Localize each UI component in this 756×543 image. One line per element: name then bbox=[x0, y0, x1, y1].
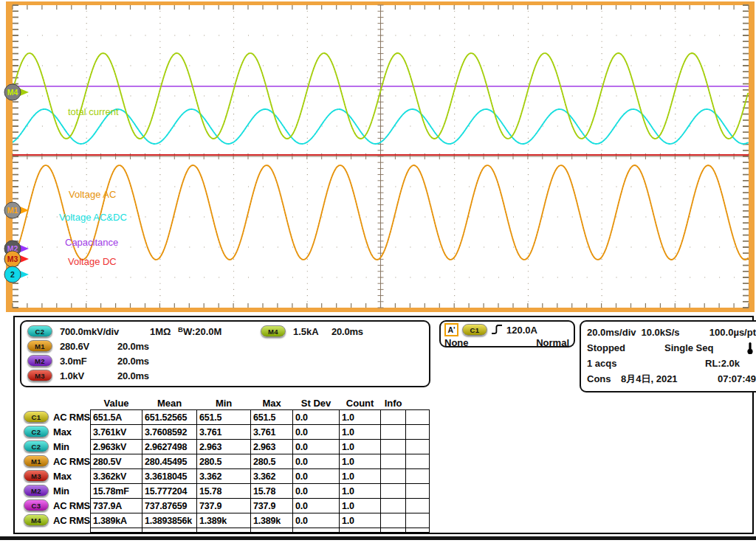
measurement-row[interactable]: C1AC RMS651.5A651.52565651.5651.50.01.0 bbox=[22, 410, 430, 425]
rising-edge-icon bbox=[491, 324, 503, 336]
trigger-level: 120.0A bbox=[506, 325, 537, 336]
measurement-name-cell[interactable]: C1AC RMS bbox=[22, 410, 90, 424]
measurement-cell-info bbox=[381, 499, 406, 513]
readout-container: C2 700.0mkV/div 1MΩ BW:20.0M M4 1.5kA 20… bbox=[13, 316, 754, 534]
measurement-cell-info bbox=[381, 484, 406, 499]
measurement-badge-m2[interactable]: M2 bbox=[24, 485, 49, 497]
acquisition-state: Stopped bbox=[587, 342, 664, 353]
trigger-source-badge-c1[interactable]: C1 bbox=[462, 324, 487, 336]
channel-scale-m4: 1.5kA bbox=[293, 326, 331, 337]
measurement-row[interactable]: C3AC RMS737.9A737.87659737.9737.90.01.0 bbox=[22, 499, 430, 513]
measurement-cell-count: 1.0 bbox=[340, 469, 381, 484]
measurement-cell-info bbox=[381, 454, 406, 469]
measurement-badge-m4[interactable]: M4 bbox=[24, 514, 49, 526]
measurement-badge-m1[interactable]: M1 bbox=[24, 455, 49, 467]
measurement-cell-min: 280.5 bbox=[197, 454, 251, 469]
measurement-type-label: AC RMS bbox=[53, 500, 90, 511]
channel-row-c2: C2 700.0mkV/div 1MΩ BW:20.0M M4 1.5kA 20… bbox=[21, 324, 429, 339]
trace-label: total current bbox=[68, 106, 119, 117]
timebase-readout: 20.0ms/div bbox=[587, 327, 636, 338]
channel-scale-c2: 700.0mkV/div bbox=[60, 326, 150, 337]
measurement-name-cell[interactable]: M2Min bbox=[22, 484, 90, 498]
measurement-name-cell[interactable]: C2Max bbox=[22, 425, 90, 439]
measurement-cell-min: 651.5 bbox=[197, 410, 251, 425]
measurement-badge-c3[interactable]: C3 bbox=[24, 499, 49, 511]
measurement-cell-max: 15.78 bbox=[251, 484, 293, 499]
measurement-cell-count: 1.0 bbox=[340, 484, 381, 499]
trigger-a-badge: A' bbox=[444, 323, 458, 336]
channel-time-m4: 20.0ms bbox=[331, 326, 363, 337]
table-spacer-row bbox=[22, 528, 430, 533]
measurement-row[interactable]: M3Max3.362kV3.36180453.3623.3620.01.0 bbox=[22, 469, 430, 484]
measurement-cell-max: 651.5 bbox=[251, 410, 293, 425]
column-header: Value bbox=[91, 397, 142, 410]
column-header: Info bbox=[381, 397, 406, 410]
channel-badge-m4[interactable]: M4 bbox=[261, 325, 286, 337]
measurement-name-cell[interactable]: C3AC RMS bbox=[22, 499, 90, 513]
measurement-badge-c2[interactable]: C2 bbox=[24, 440, 49, 452]
measurement-badge-m3[interactable]: M3 bbox=[24, 470, 49, 482]
measurement-name-cell[interactable]: M4AC RMS bbox=[22, 513, 90, 528]
measurement-cell-extra bbox=[406, 469, 430, 484]
acquisition-panel[interactable]: 20.0ms/div 10.0kS/s 100.0µs/pt Stopped S… bbox=[580, 320, 756, 392]
measurement-cell-info bbox=[381, 469, 406, 484]
measurement-type-label: Min bbox=[53, 441, 69, 452]
measurement-cell-mean: 15.777204 bbox=[142, 484, 197, 499]
trigger-mode: Normal bbox=[536, 337, 569, 348]
measurement-type-label: AC RMS bbox=[53, 456, 90, 467]
trace-label: Voltage AC bbox=[69, 189, 116, 200]
measurement-name-cell[interactable]: C2Min bbox=[22, 440, 90, 454]
measurement-cell-info bbox=[381, 425, 406, 440]
measurement-cell-max: 3.362 bbox=[251, 469, 293, 484]
measurement-row[interactable]: C2Min2.963kV2.96274982.9632.9630.01.0 bbox=[22, 440, 430, 454]
channel-time-m1: 20.0ms bbox=[117, 341, 149, 352]
measurement-name-cell[interactable]: M1AC RMS bbox=[22, 454, 90, 468]
measurement-cell-stdev: 0.0 bbox=[293, 499, 340, 513]
trigger-panel[interactable]: A' C1 120.0A None Normal bbox=[439, 320, 575, 347]
measurement-cell-stdev: 0.0 bbox=[293, 454, 340, 469]
measurement-type-label: Min bbox=[53, 485, 69, 497]
measurement-row[interactable]: M4AC RMS1.389kA1.3893856k1.389k1.389k0.0… bbox=[22, 513, 430, 528]
measurement-cell-max: 737.9 bbox=[251, 499, 293, 513]
measurement-cell-stdev: 0.0 bbox=[293, 440, 340, 454]
measurement-cell-mean: 280.45495 bbox=[142, 454, 197, 469]
measurement-cell-value: 280.5V bbox=[91, 454, 142, 469]
measurement-cell-count: 1.0 bbox=[340, 454, 381, 469]
column-header: St Dev bbox=[293, 397, 340, 410]
channel-scale-m1: 280.6V bbox=[60, 341, 117, 352]
date-readout: 8月4日, 2021 bbox=[621, 373, 718, 386]
column-header: Min bbox=[197, 397, 251, 410]
measurement-cell-min: 3.761 bbox=[197, 425, 251, 440]
measurement-cell-stdev: 0.0 bbox=[293, 425, 340, 440]
measurement-row[interactable]: M2Min15.78mF15.77720415.7815.780.01.0 bbox=[22, 484, 430, 499]
measurement-cell-extra bbox=[406, 513, 430, 528]
measurement-cell-value: 651.5A bbox=[91, 410, 142, 425]
measurement-row[interactable]: M1AC RMS280.5V280.45495280.5280.50.01.0 bbox=[22, 454, 430, 469]
column-header: Count bbox=[340, 397, 381, 410]
svg-text:2: 2 bbox=[10, 270, 15, 279]
measurement-cell-extra bbox=[406, 454, 430, 469]
measurement-type-label: AC RMS bbox=[53, 412, 90, 423]
measurement-cell-info bbox=[381, 513, 406, 528]
measurement-cell-extra bbox=[406, 425, 430, 440]
channel-badge-m3[interactable]: M3 bbox=[27, 370, 52, 381]
trigger-holdoff-mode: None bbox=[444, 337, 469, 348]
measurement-name-cell[interactable]: M3Max bbox=[22, 469, 90, 483]
measurement-badge-c2[interactable]: C2 bbox=[24, 426, 49, 437]
measurement-badge-c1[interactable]: C1 bbox=[24, 411, 49, 423]
channel-time-m3: 20.0ms bbox=[117, 370, 149, 381]
measurement-cell-max: 2.963 bbox=[251, 440, 293, 454]
measurement-cell-count: 1.0 bbox=[340, 499, 381, 513]
measurement-row[interactable]: C2Max3.761kV3.76085923.7613.7610.01.0 bbox=[22, 425, 430, 440]
channel-badge-c2[interactable]: C2 bbox=[27, 325, 52, 337]
measurement-cell-info bbox=[381, 410, 406, 425]
measurement-type-label: AC RMS bbox=[53, 515, 90, 526]
channel-time-m2: 20.0ms bbox=[117, 356, 149, 367]
sample-rate-readout: 10.0kS/s bbox=[642, 327, 709, 338]
thermometer-icon bbox=[744, 342, 756, 355]
measurement-cell-min: 2.963 bbox=[197, 440, 251, 454]
channel-badge-m2[interactable]: M2 bbox=[27, 355, 52, 367]
acquisition-mode: Single Seq bbox=[664, 342, 744, 353]
channel-badge-m1[interactable]: M1 bbox=[27, 340, 52, 352]
measurement-cell-count: 1.0 bbox=[340, 440, 381, 454]
